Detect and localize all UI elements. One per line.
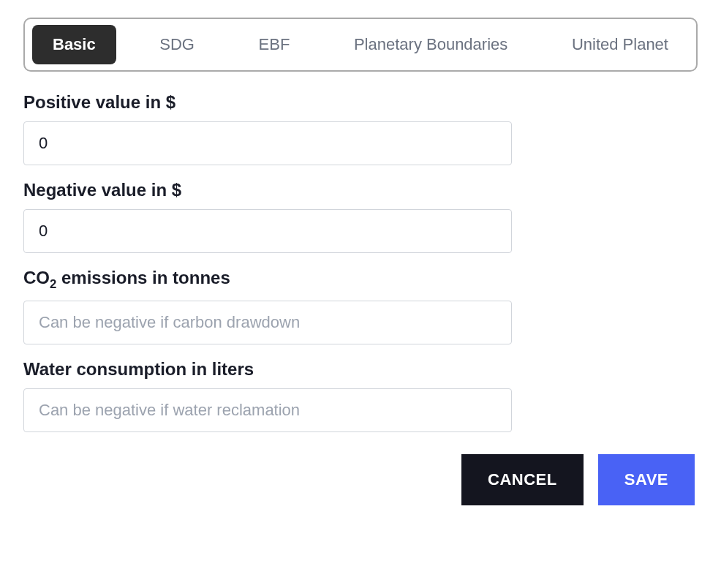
co2-label-sub: 2 bbox=[50, 277, 56, 291]
positive-value-group: Positive value in $ bbox=[23, 92, 512, 165]
form-container: Positive value in $ Negative value in $ … bbox=[23, 92, 512, 432]
tab-basic[interactable]: Basic bbox=[32, 25, 116, 64]
negative-value-label: Negative value in $ bbox=[23, 180, 512, 200]
cancel-button[interactable]: CANCEL bbox=[461, 454, 584, 505]
save-button[interactable]: SAVE bbox=[598, 454, 695, 505]
water-consumption-group: Water consumption in liters bbox=[23, 359, 512, 432]
water-consumption-label: Water consumption in liters bbox=[23, 359, 512, 380]
tab-united-planet[interactable]: United Planet bbox=[551, 25, 689, 64]
co2-label-suffix: emissions in tonnes bbox=[56, 268, 230, 287]
negative-value-group: Negative value in $ bbox=[23, 180, 512, 253]
button-row: CANCEL SAVE bbox=[23, 454, 695, 505]
tab-sdg[interactable]: SDG bbox=[139, 25, 215, 64]
water-consumption-input[interactable] bbox=[23, 388, 512, 432]
positive-value-input[interactable] bbox=[23, 121, 512, 165]
negative-value-input[interactable] bbox=[23, 209, 512, 253]
co2-emissions-input[interactable] bbox=[23, 301, 512, 344]
co2-emissions-label: CO2 emissions in tonnes bbox=[23, 268, 512, 292]
tab-ebf[interactable]: EBF bbox=[238, 25, 311, 64]
positive-value-label: Positive value in $ bbox=[23, 92, 512, 113]
co2-emissions-group: CO2 emissions in tonnes bbox=[23, 268, 512, 344]
co2-label-prefix: CO bbox=[23, 268, 50, 287]
tab-bar: Basic SDG EBF Planetary Boundaries Unite… bbox=[23, 18, 698, 72]
tab-planetary-boundaries[interactable]: Planetary Boundaries bbox=[333, 25, 528, 64]
